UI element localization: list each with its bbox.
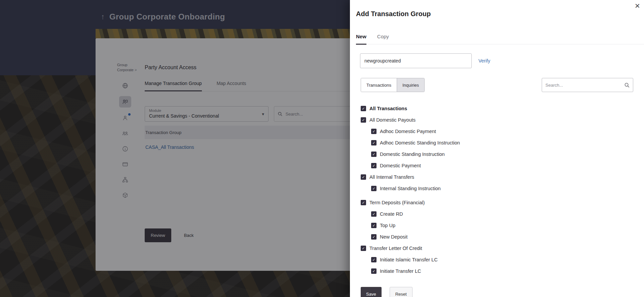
tree-item-label: Domestic Payment <box>380 163 421 168</box>
tab-copy[interactable]: Copy <box>377 34 389 44</box>
tree-item: Create RD <box>361 208 631 220</box>
tree-item-label: Domestic Standing Instruction <box>380 152 445 157</box>
tree-item-label: Transfer Letter Of Credit <box>369 246 422 251</box>
tree-item: Domestic Payment <box>361 160 631 171</box>
background-page: ↑ Group Corporate Onboarding Group Corpo… <box>0 0 358 297</box>
drawer-search-box <box>542 78 633 92</box>
tree-item: Transfer Letter Of Credit <box>361 243 631 254</box>
tree-item-label: Adhoc Domestic Payment <box>380 129 436 134</box>
segment-transactions[interactable]: Transactions <box>361 78 397 92</box>
group-name-row: Verify <box>360 53 490 68</box>
tree-item-label: Adhoc Domestic Standing Instruction <box>380 140 460 145</box>
checkbox-checked-icon[interactable] <box>361 174 366 180</box>
add-transaction-group-drawer: × Add Transaction Group New Copy Verify … <box>350 0 644 297</box>
checkbox-checked-icon[interactable] <box>361 200 366 205</box>
tree-item: Adhoc Domestic Standing Instruction <box>361 137 631 148</box>
drawer-title: Add Transaction Group <box>356 10 431 18</box>
tree-item: Term Deposits (Financial) <box>361 197 631 208</box>
tree-item: New Deposit <box>361 231 631 243</box>
checkbox-checked-icon[interactable] <box>371 186 377 191</box>
drawer-tabs: New Copy <box>356 34 644 44</box>
tree-item: Initiate Transfer LC <box>361 265 631 277</box>
checkbox-checked-icon[interactable] <box>371 211 377 217</box>
screen: ↑ Group Corporate Onboarding Group Corpo… <box>0 0 644 297</box>
transaction-tree: All TransactionsAll Domestic PayoutsAdho… <box>361 103 631 277</box>
modal-overlay <box>0 0 358 297</box>
drawer-search-input[interactable] <box>545 83 621 88</box>
save-button[interactable]: Save <box>361 287 382 297</box>
checkbox-checked-icon[interactable] <box>371 140 377 145</box>
checkbox-checked-icon[interactable] <box>361 117 366 123</box>
tree-item-label: Internal Standing Instruction <box>380 186 441 191</box>
tree-item-label: All Domestic Payouts <box>369 117 416 123</box>
drawer-footer: Save Reset <box>361 287 413 297</box>
verify-link[interactable]: Verify <box>478 58 490 63</box>
checkbox-checked-icon[interactable] <box>371 234 377 240</box>
tree-item-label: All Internal Transfers <box>369 174 414 180</box>
tree-item-label: Create RD <box>380 211 403 217</box>
segment-inquiries[interactable]: Inquiries <box>397 78 424 92</box>
tree-item: Domestic Standing Instruction <box>361 148 631 160</box>
transactions-inquiries-toggle: Transactions Inquiries <box>361 78 425 92</box>
checkbox-checked-icon[interactable] <box>371 163 377 168</box>
checkbox-checked-icon[interactable] <box>371 257 377 262</box>
checkbox-checked-icon[interactable] <box>371 152 377 157</box>
tree-item: Initiate Islamic Transfer LC <box>361 254 631 265</box>
reset-button[interactable]: Reset <box>390 287 413 297</box>
tree-item-label: Top Up <box>380 223 395 228</box>
tree-item: Adhoc Domestic Payment <box>361 126 631 137</box>
checkbox-checked-icon[interactable] <box>361 246 366 251</box>
tree-item: All Domestic Payouts <box>361 114 631 126</box>
checkbox-checked-icon[interactable] <box>361 106 366 111</box>
tab-new[interactable]: New <box>356 34 366 45</box>
tree-item: Top Up <box>361 220 631 231</box>
tree-item-label: Term Deposits (Financial) <box>369 200 425 205</box>
drawer-filter-row: Transactions Inquiries <box>361 78 633 92</box>
group-name-input[interactable] <box>360 53 472 68</box>
tree-item-label: All Transactions <box>369 106 407 111</box>
search-icon <box>624 82 630 88</box>
close-icon[interactable]: × <box>635 1 640 10</box>
tree-item: All Transactions <box>361 103 631 114</box>
tree-item-label: New Deposit <box>380 234 407 240</box>
checkbox-checked-icon[interactable] <box>371 129 377 134</box>
checkbox-checked-icon[interactable] <box>371 268 377 274</box>
tree-item: All Internal Transfers <box>361 171 631 183</box>
tree-item-label: Initiate Islamic Transfer LC <box>380 257 438 262</box>
tree-item-label: Initiate Transfer LC <box>380 268 421 274</box>
checkbox-checked-icon[interactable] <box>371 223 377 228</box>
tree-item: Internal Standing Instruction <box>361 183 631 194</box>
